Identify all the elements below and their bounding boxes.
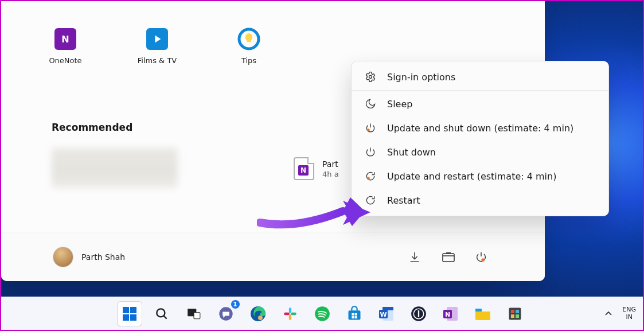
power-icon [364,146,377,158]
downloads-icon[interactable] [408,251,421,263]
start-menu-footer: Parth Shah [1,232,545,281]
svg-rect-9 [130,314,136,321]
chevron-up-icon [604,309,613,318]
spotify-button[interactable] [310,301,335,326]
svg-rect-7 [130,307,136,313]
recommended-item-title: Part [322,159,339,169]
file-explorer-icon[interactable] [442,251,454,263]
language-top: ENG [622,306,636,313]
svg-point-15 [258,316,263,320]
taskbar: 1 W N [1,297,643,330]
menu-item-label: Sleep [387,99,412,110]
power-update-icon [364,122,377,134]
svg-rect-22 [352,313,354,315]
powertoys-button[interactable] [502,301,528,326]
tips-icon [236,26,261,52]
restart-item[interactable]: Restart [352,188,608,212]
films-tv-icon [145,26,170,52]
svg-rect-18 [288,314,291,320]
onepassword-icon [411,306,427,322]
svg-rect-37 [509,307,521,320]
svg-rect-39 [516,310,519,313]
onenote-button[interactable]: N [438,301,463,326]
recommended-item[interactable]: N Part 4h a [294,157,339,180]
tray-overflow-button[interactable] [604,309,613,318]
avatar [53,247,73,267]
svg-rect-40 [511,314,514,318]
svg-rect-36 [475,309,482,311]
svg-text:W: W [380,311,387,318]
task-view-button[interactable] [181,301,206,326]
svg-point-4 [367,128,370,131]
svg-point-10 [157,309,165,317]
windows-logo-icon [121,305,138,322]
word-button[interactable]: W [374,301,399,326]
system-tray: ENG IN [604,306,636,320]
onenote-icon: N [53,26,78,52]
word-icon: W [378,305,395,322]
edge-icon [249,305,267,322]
slack-icon [283,306,298,321]
task-view-icon [186,306,201,321]
chat-badge: 1 [231,300,240,309]
pinned-app-films-tv[interactable]: Films & TV [128,26,186,65]
menu-item-label: Restart [387,195,420,206]
svg-rect-23 [354,313,357,315]
svg-rect-24 [352,316,354,318]
power-options-menu: Sign-in options Sleep Update and shut do… [351,61,609,216]
search-button[interactable] [149,301,174,326]
recommended-item-subtitle: 4h a [322,170,339,178]
svg-rect-25 [354,316,357,318]
recommended-item-blurred[interactable] [52,148,178,188]
svg-rect-12 [194,312,200,318]
user-account-button[interactable]: Parth Shah [53,247,125,267]
taskbar-center: 1 W N [117,301,528,326]
pinned-app-label: Films & TV [138,56,177,65]
pinned-app-tips[interactable]: Tips [220,26,278,65]
power-icon[interactable] [475,251,487,263]
svg-rect-16 [288,307,291,313]
restart-icon [364,194,377,207]
signin-options-item[interactable]: Sign-in options [352,65,608,89]
chat-button[interactable]: 1 [213,301,239,326]
pinned-app-onenote[interactable]: N OneNote [37,26,94,65]
menu-item-label: Update and shut down (estimate: 4 min) [387,123,573,134]
svg-rect-6 [123,307,129,313]
update-restart-item[interactable]: Update and restart (estimate: 4 min) [352,164,608,188]
svg-text:N: N [444,311,450,318]
update-shutdown-item[interactable]: Update and shut down (estimate: 4 min) [352,116,608,140]
user-name-label: Parth Shah [81,252,125,262]
restart-update-icon [364,170,377,182]
svg-rect-1 [443,254,454,262]
svg-rect-41 [516,314,519,318]
language-indicator[interactable]: ENG IN [622,306,636,320]
search-icon [154,306,169,321]
svg-point-5 [367,177,370,180]
store-icon [346,306,362,322]
onepassword-button[interactable] [406,301,431,326]
sleep-item[interactable]: Sleep [352,92,608,116]
file-explorer-button[interactable] [470,301,495,326]
svg-point-2 [481,258,485,262]
menu-separator [352,90,608,91]
svg-rect-8 [123,314,129,321]
svg-rect-19 [284,312,290,314]
slack-button[interactable] [278,301,303,326]
svg-rect-21 [348,310,360,320]
onenote-taskbar-icon: N [442,305,459,322]
pinned-apps-row: N OneNote Films & TV Tips [37,26,278,65]
store-button[interactable] [342,301,367,326]
menu-item-label: Sign-in options [387,72,455,83]
powertoys-icon [507,306,523,322]
start-button[interactable] [117,301,142,326]
language-bottom: IN [622,314,636,321]
svg-rect-32 [417,310,419,317]
svg-rect-17 [291,312,296,314]
folder-icon [474,306,491,321]
edge-button[interactable] [245,301,271,326]
moon-icon [364,98,377,110]
shutdown-item[interactable]: Shut down [352,140,608,164]
menu-item-label: Update and restart (estimate: 4 min) [387,171,556,182]
pinned-app-label: OneNote [49,56,81,65]
gear-icon [364,71,377,83]
